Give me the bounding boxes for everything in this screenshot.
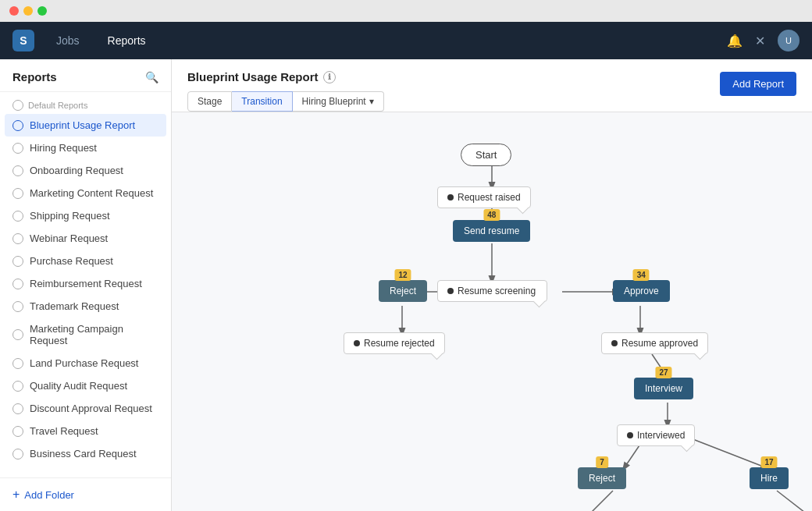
filter-tab-transition[interactable]: Transition [232,91,292,112]
sidebar-section-default-reports: Default Reports [0,92,171,114]
node-request-raised: Request raised [437,186,531,208]
item-icon [12,301,23,312]
item-icon [12,165,23,176]
sidebar-item-trademark-request[interactable]: Trademark Request [0,295,171,318]
close-icon[interactable]: ✕ [755,34,765,48]
sidebar-item-quality-audit-request[interactable]: Quality Audit Request [0,374,171,397]
badge-reject1: 12 [394,269,411,281]
node-hire: 17 Hire [750,467,789,489]
item-icon [12,403,23,414]
sidebar-item-shipping-request[interactable]: Shipping Request [0,204,171,227]
titlebar [0,0,812,22]
nav-jobs[interactable]: Jobs [50,31,86,50]
badge-approve: 34 [633,269,650,281]
badge-hire: 17 [760,456,777,468]
item-icon [12,426,23,437]
node-interview: 27 Interview [634,378,693,399]
node-start: Start [461,144,511,166]
chevron-down-icon: ▾ [369,96,374,107]
item-icon [12,256,23,267]
sidebar: Reports 🔍 Default Reports Blueprint Usag… [0,59,172,511]
node-interviewed: Interviewed [617,424,695,446]
report-title: Blueprint Usage Report ℹ [187,70,384,83]
topnav-left: S Jobs Reports [12,30,152,51]
item-icon [12,211,23,222]
item-icon [12,233,23,244]
node-resume-screening: Resume screening [437,280,547,302]
filter-tab-blueprint[interactable]: Hiring Blueprint ▾ [293,91,384,112]
sidebar-item-marketing-content-request[interactable]: Marketing Content Request [0,182,171,204]
sidebar-item-land-purchase-request[interactable]: Land Purchase Request [0,352,171,374]
badge-interview: 27 [655,367,671,378]
node-resume-rejected: Resume rejected [344,332,445,354]
sidebar-item-purchase-request[interactable]: Purchase Request [0,250,171,272]
layout: Reports 🔍 Default Reports Blueprint Usag… [0,59,812,511]
sidebar-item-business-card-request[interactable]: Business Card Request [0,442,171,465]
item-icon [12,120,23,131]
item-icon [12,143,23,154]
filter-tabs: Stage Transition Hiring Blueprint ▾ [187,91,384,112]
sidebar-item-reimbursement-request[interactable]: Reimbursement Request [0,272,171,295]
svg-line-10 [691,438,765,467]
add-folder-button[interactable]: + Add Folder [0,477,171,511]
item-icon [12,381,23,392]
nav-reports[interactable]: Reports [102,31,152,50]
main-content: Blueprint Usage Report ℹ Stage Transitio… [172,59,812,511]
sidebar-item-webinar-request[interactable]: Webinar Request [0,227,171,250]
svg-line-12 [777,491,812,511]
add-report-button[interactable]: Add Report [720,72,796,96]
topnav: S Jobs Reports 🔔 ✕ U [0,22,812,59]
badge-reject2: 7 [596,456,608,468]
node-resume-approved: Resume approved [601,332,708,354]
topnav-right: 🔔 ✕ U [727,30,800,51]
minimize-button[interactable] [23,6,33,16]
sidebar-item-marketing-campaign-request[interactable]: Marketing Campaign Request [0,318,171,352]
item-icon [12,279,23,289]
search-icon[interactable]: 🔍 [145,71,158,83]
sidebar-header: Reports 🔍 [0,59,171,92]
main-header-left: Blueprint Usage Report ℹ Stage Transitio… [187,70,384,112]
item-icon [12,358,23,369]
section-icon [12,100,23,111]
diagram-canvas: Start Request raised 48 [172,128,812,511]
main-header: Blueprint Usage Report ℹ Stage Transitio… [172,59,812,112]
sidebar-item-onboarding-request[interactable]: Onboarding Request [0,159,171,182]
diagram-svg [172,128,812,511]
node-approve: 34 Approve [613,280,670,302]
sidebar-item-hiring-request[interactable]: Hiring Request [0,137,171,159]
bell-icon[interactable]: 🔔 [727,34,743,48]
item-icon [12,449,23,460]
badge-send-resume: 48 [483,209,500,221]
maximize-button[interactable] [37,6,47,16]
info-icon[interactable]: ℹ [323,71,336,83]
sidebar-item-discount-approval-request[interactable]: Discount Approval Request [0,397,171,420]
avatar[interactable]: U [778,30,800,51]
sidebar-item-blueprint-usage-report[interactable]: Blueprint Usage Report [5,114,166,137]
item-icon [12,329,23,340]
app-logo[interactable]: S [12,30,34,51]
node-send-resume: 48 Send resume [453,220,530,242]
sidebar-item-travel-request[interactable]: Travel Request [0,420,171,442]
node-reject2: 7 Reject [578,467,626,489]
node-reject1: 12 Reject [379,280,427,302]
diagram-area: Start Request raised 48 [172,112,812,511]
close-button[interactable] [9,6,19,16]
sidebar-title: Reports [12,70,57,83]
plus-icon: + [12,488,20,502]
svg-line-11 [586,491,613,511]
filter-tab-stage[interactable]: Stage [187,91,232,112]
item-icon [12,188,23,199]
